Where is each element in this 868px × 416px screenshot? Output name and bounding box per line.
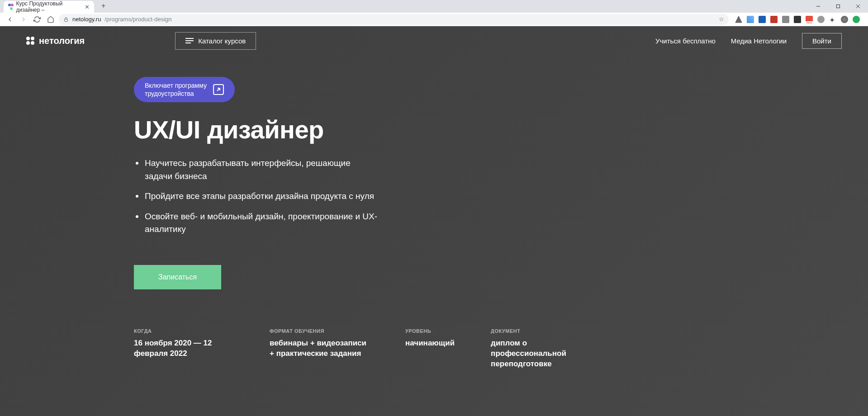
- extension-icons: New ✦: [731, 16, 863, 23]
- browser-toolbar: netology.ru/programs/product-design ☆ Ne…: [0, 13, 868, 26]
- logo-icon: [26, 37, 34, 45]
- info-format: ФОРМАТ ОБУЧЕНИЯ вебинары + видеозаписи +…: [270, 328, 369, 369]
- minimize-button[interactable]: [808, 1, 828, 12]
- page-title: UX/UI дизайнер: [134, 115, 407, 144]
- extension-icon[interactable]: [747, 16, 754, 23]
- course-info-row: КОГДА 16 ноября 2020 — 12 февраля 2022 Ф…: [0, 328, 868, 369]
- extension-icon[interactable]: [759, 16, 766, 23]
- nav-media[interactable]: Медиа Нетологии: [731, 37, 787, 45]
- browser-tab[interactable]: Курс Продуктовый дизайнер – ✕: [4, 1, 94, 13]
- nav-links: Учиться бесплатно Медиа Нетологии Войти: [655, 33, 842, 49]
- menu-icon: [185, 38, 194, 44]
- lock-icon: [63, 17, 69, 22]
- logo[interactable]: нетология: [26, 36, 85, 46]
- extension-icon[interactable]: [817, 16, 825, 23]
- site-header: нетология Каталог курсов Учиться бесплат…: [0, 26, 868, 55]
- back-button[interactable]: [5, 14, 15, 25]
- maximize-button[interactable]: [828, 1, 848, 12]
- info-label: УРОВЕНЬ: [405, 328, 455, 334]
- catalog-button[interactable]: Каталог курсов: [175, 32, 256, 50]
- extension-icon[interactable]: New: [806, 16, 813, 23]
- login-button[interactable]: Войти: [802, 33, 842, 49]
- feature-item: Освойте веб- и мобильный дизайн, проекти…: [134, 210, 378, 236]
- feature-list: Научитесь разрабатывать интерфейсы, реша…: [134, 157, 407, 236]
- info-value: вебинары + видеозаписи + практические за…: [270, 338, 369, 359]
- svg-rect-4: [65, 19, 68, 21]
- extension-icon[interactable]: [794, 16, 801, 23]
- extensions-puzzle-icon[interactable]: ✦: [829, 16, 836, 23]
- bookmark-star-icon[interactable]: ☆: [719, 16, 724, 23]
- extension-icon[interactable]: [770, 16, 778, 23]
- close-icon[interactable]: ✕: [85, 4, 90, 10]
- page-content: нетология Каталог курсов Учиться бесплат…: [0, 26, 868, 416]
- url-path: /programs/product-design: [104, 16, 171, 23]
- info-label: ДОКУМЕНТ: [491, 328, 590, 334]
- info-when: КОГДА 16 ноября 2020 — 12 февраля 2022: [134, 328, 233, 369]
- forward-button[interactable]: [18, 14, 29, 25]
- close-window-button[interactable]: [848, 1, 868, 12]
- info-value: начинающий: [405, 338, 455, 349]
- logo-text: нетология: [39, 36, 85, 46]
- nav-free-learning[interactable]: Учиться бесплатно: [655, 37, 716, 45]
- browser-tab-strip: Курс Продуктовый дизайнер – ✕ +: [0, 0, 868, 13]
- hero-section: Включает программу трудоустройства UX/UI…: [0, 55, 407, 289]
- extension-icon[interactable]: [782, 16, 789, 23]
- profile-avatar[interactable]: [841, 16, 848, 23]
- info-label: КОГДА: [134, 328, 233, 334]
- extension-icon[interactable]: [853, 16, 860, 23]
- info-value: диплом о профессиональной переподготовке: [491, 338, 590, 369]
- reload-button[interactable]: [32, 14, 43, 25]
- info-document: ДОКУМЕНТ диплом о профессиональной переп…: [491, 328, 590, 369]
- badge-text: Включает программу трудоустройства: [145, 81, 207, 98]
- arrow-icon: [213, 84, 224, 95]
- extension-icon[interactable]: [735, 16, 742, 23]
- catalog-label: Каталог курсов: [198, 37, 246, 45]
- tab-title: Курс Продуктовый дизайнер –: [16, 0, 79, 13]
- window-controls: [808, 1, 868, 12]
- favicon-icon: [8, 4, 14, 10]
- new-tab-button[interactable]: +: [99, 0, 108, 12]
- info-label: ФОРМАТ ОБУЧЕНИЯ: [270, 328, 369, 334]
- address-bar[interactable]: netology.ru/programs/product-design ☆: [59, 14, 729, 25]
- info-value: 16 ноября 2020 — 12 февраля 2022: [134, 338, 233, 359]
- enroll-button[interactable]: Записаться: [134, 265, 221, 289]
- feature-item: Научитесь разрабатывать интерфейсы, реша…: [134, 157, 378, 183]
- feature-item: Пройдите все этапы разработки дизайна пр…: [134, 190, 378, 203]
- home-button[interactable]: [45, 14, 56, 25]
- info-level: УРОВЕНЬ начинающий: [405, 328, 455, 369]
- svg-rect-1: [837, 5, 840, 8]
- url-domain: netology.ru: [72, 16, 101, 23]
- employment-badge[interactable]: Включает программу трудоустройства: [134, 77, 235, 102]
